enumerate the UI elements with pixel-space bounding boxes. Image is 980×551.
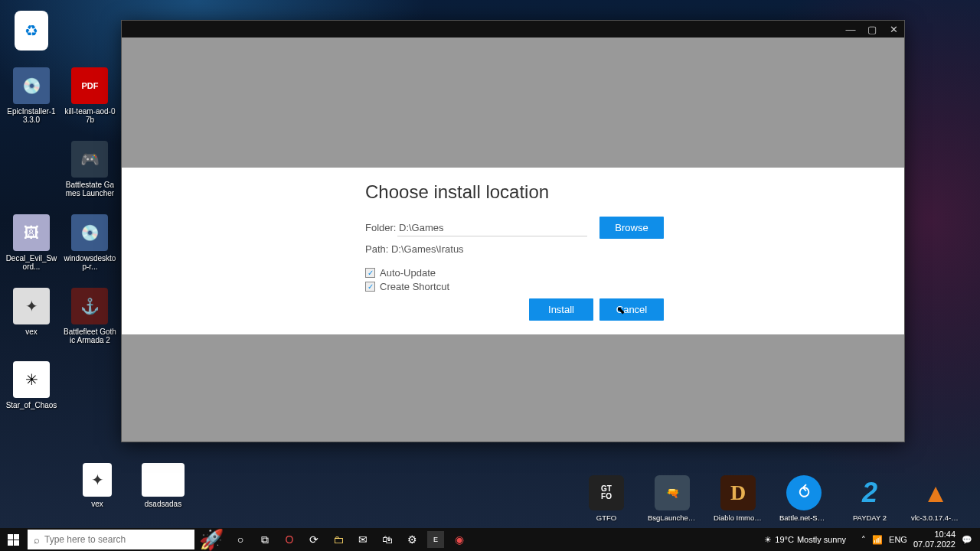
desktop-left-bottom-icons: ✦ vex dsadsadas (4, 460, 191, 522)
desktop-icon-vex[interactable]: ✦ vex (4, 288, 59, 336)
search-icon: ⌕ (34, 534, 40, 546)
desktop-icon-chaos[interactable]: ✳ Star_of_Chaos (4, 361, 59, 409)
desktop-icon-bfga2[interactable]: ⚓ Battlefleet Gothic Armada 2 (62, 288, 117, 344)
epic-icon[interactable]: E (427, 531, 444, 548)
cancel-button[interactable]: Cancel (599, 298, 664, 321)
weather-temp: 19°C (775, 535, 794, 544)
store-icon[interactable]: 🛍 (375, 528, 400, 551)
auto-update-row: ✓ Auto-Update (365, 267, 904, 279)
maximize-button[interactable]: ▢ (866, 23, 878, 35)
taskbar: ⌕ 🚀 ○ ⧉ O ⟳ 🗀 ✉ 🛍 ⚙ E ◉ ☀ 19°C Mostly su… (0, 528, 980, 551)
minimize-button[interactable]: — (844, 23, 857, 35)
cortana-circle-icon[interactable]: ○ (228, 528, 253, 551)
create-shortcut-label: Create Shortcut (380, 281, 449, 292)
desktop-icon-vlc[interactable]: ▲ vlc-3.0.17.4-win64 (911, 475, 960, 522)
desktop-icon-diablo[interactable]: D Diablo Immortal (714, 475, 763, 522)
auto-update-label: Auto-Update (380, 267, 436, 279)
desktop-icon-battlenet[interactable]: ⥀ Battle.net-Setup (779, 475, 828, 522)
exe-icon: 💿 (71, 214, 108, 251)
desktop-icon-vex2[interactable]: ✦ vex (70, 463, 125, 508)
folder-input[interactable] (397, 220, 587, 236)
desktop-icon-bsglauncher[interactable]: 🔫 BsgLauncher.12.12... (648, 475, 697, 522)
system-tray: ☀ 19°C Mostly sunny ˄ 📶 ENG 10:44 07.07.… (764, 530, 980, 549)
desktop-icons-area: ♻ 💿 EpicInstaller-13.3.0 PDF kill-team-a… (4, 8, 126, 423)
app-icon: ▲ (918, 475, 953, 510)
app-icon: 2 (852, 475, 887, 510)
create-shortcut-row: ✓ Create Shortcut (365, 281, 904, 292)
desktop-icon-decal[interactable]: 🖼 Decal_Evil_Sword... (4, 214, 59, 271)
install-location-panel: Choose install location Folder: Browse P… (122, 168, 904, 334)
path-row: Path: D:\Games\Iratus (365, 243, 904, 255)
desktop-icon-payday2[interactable]: 2 PAYDAY 2 (845, 475, 894, 522)
desktop-icon-windesktop[interactable]: 💿 windowsdesktop-r... (62, 214, 117, 271)
pdf-icon: PDF (71, 67, 108, 104)
notifications-icon[interactable]: 💬 (962, 535, 972, 545)
app-icon: ⥀ (786, 475, 822, 510)
desktop-icon-dsad[interactable]: dsadsadas (136, 463, 191, 508)
create-shortcut-checkbox[interactable]: ✓ (365, 282, 375, 292)
app-icon: 🎮 (71, 141, 108, 178)
task-view-button[interactable]: ⧉ (253, 528, 277, 551)
settings-icon[interactable]: ⚙ (400, 528, 424, 551)
recycle-bin[interactable]: ♻ (4, 11, 59, 51)
path-label: Path: (365, 243, 388, 255)
file-explorer-icon[interactable]: 🗀 (326, 528, 351, 551)
clock[interactable]: 10:44 07.07.2022 (913, 530, 956, 549)
tray-network-icon[interactable]: 📶 (872, 535, 883, 545)
desktop-icon-epicinstaller[interactable]: 💿 EpicInstaller-13.3.0 (4, 67, 59, 124)
desktop-icon-gtfo[interactable]: GTFO GTFO (582, 475, 631, 522)
image-icon: 🖼 (13, 214, 50, 251)
taskbar-search[interactable]: ⌕ (28, 530, 194, 549)
path-value: D:\Games\Iratus (391, 243, 464, 255)
app-icon: 🔫 (655, 475, 690, 510)
taskbar-apps: ○ ⧉ O ⟳ 🗀 ✉ 🛍 ⚙ E ◉ (228, 528, 764, 551)
desktop-bottom-icons: GTFO GTFO 🔫 BsgLauncher.12.12... D Diabl… (582, 475, 976, 522)
search-input[interactable] (44, 534, 188, 545)
app-icon: D (720, 475, 756, 510)
weather-widget[interactable]: ☀ 19°C Mostly sunny (764, 535, 846, 545)
language-indicator[interactable]: ENG (889, 535, 907, 544)
opera-icon[interactable]: O (277, 528, 302, 551)
start-button[interactable] (0, 528, 26, 551)
browse-button[interactable]: Browse (599, 217, 664, 239)
desktop-icon-pdf[interactable]: PDF kill-team-aod-07b (62, 67, 117, 124)
installer-body: Choose install location Folder: Browse P… (122, 37, 904, 442)
file-icon: ✦ (83, 463, 112, 497)
app-icon: ⚓ (71, 288, 108, 324)
exe-icon: 💿 (13, 67, 50, 104)
mail-icon[interactable]: ✉ (351, 528, 375, 551)
tray-chevron-icon[interactable]: ˄ (861, 535, 866, 545)
install-button[interactable]: Install (529, 298, 593, 321)
clock-time: 10:44 (913, 530, 956, 540)
app-icon[interactable]: ◉ (447, 528, 472, 551)
folder-label: Folder: (365, 222, 397, 233)
folder-row: Folder: Browse (365, 217, 904, 239)
installer-header-area (122, 37, 904, 168)
app-icon: ✦ (13, 288, 50, 324)
windows-logo-icon (8, 534, 19, 546)
steam-icon[interactable]: ⟳ (302, 528, 326, 551)
file-icon (142, 463, 185, 497)
installer-window: — ▢ ✕ Choose install location Folder: Br… (121, 20, 905, 442)
desktop-icon-bsg[interactable]: 🎮 Battlestate Games Launcher (62, 141, 117, 197)
cortana-button[interactable]: 🚀 (199, 528, 224, 551)
panel-heading: Choose install location (365, 181, 904, 203)
weather-desc: Mostly sunny (797, 535, 846, 544)
auto-update-checkbox[interactable]: ✓ (365, 268, 375, 278)
close-button[interactable]: ✕ (887, 23, 900, 35)
titlebar[interactable]: — ▢ ✕ (122, 21, 904, 37)
app-icon: GTFO (589, 475, 624, 510)
image-icon: ✳ (13, 361, 50, 398)
clock-date: 07.07.2022 (913, 540, 956, 549)
recycle-bin-icon: ♻ (15, 11, 48, 51)
action-buttons: Install Cancel (529, 298, 904, 321)
installer-footer-area (122, 334, 904, 442)
weather-icon: ☀ (764, 535, 772, 545)
